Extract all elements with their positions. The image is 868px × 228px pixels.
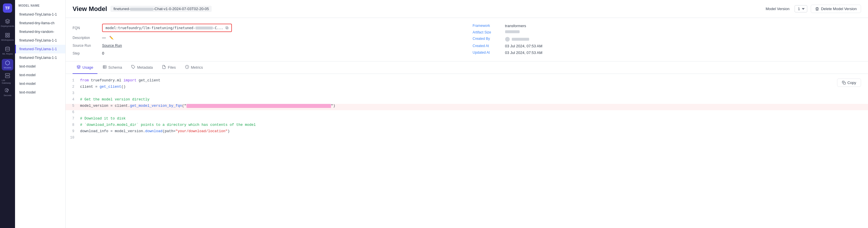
tab-usage-label: Usage (83, 65, 93, 70)
copy-button[interactable]: Copy (837, 78, 861, 87)
tab-schema-label: Schema (108, 65, 122, 70)
line-code: # Get the model version directly (80, 98, 150, 102)
line-num: 8 (66, 123, 80, 127)
tab-metadata-label: Metadata (137, 65, 153, 70)
list-item[interactable]: finetuned-TinyLlama-1-1 (15, 10, 65, 19)
step-label: Step (72, 51, 99, 55)
description-value: — (102, 36, 106, 40)
svg-rect-0 (5, 33, 7, 35)
sidebar-item-secrets[interactable]: Secrets (2, 86, 13, 98)
created-at-label: Created At (473, 44, 502, 48)
list-item[interactable]: text-model (15, 71, 65, 79)
line-code: # Download it to disk (80, 117, 126, 121)
avatar (505, 37, 510, 42)
tab-metrics-label: Metrics (191, 65, 203, 70)
line-code: download_info = model_version.download(p… (80, 129, 230, 134)
framework-row: Framework transformers (473, 24, 861, 28)
svg-rect-2 (5, 36, 7, 37)
logo: TF (3, 3, 12, 13)
svg-rect-17 (843, 82, 845, 84)
info-right: Framework transformers Artifact Size Cre… (473, 24, 861, 55)
sidebar-secrets-label: Secrets (3, 94, 11, 97)
list-item[interactable]: text-model (15, 79, 65, 88)
tab-usage[interactable]: Usage (72, 62, 97, 74)
line-num: 2 (66, 85, 80, 89)
sidebar-item-deployments[interactable]: Deployments (2, 17, 13, 29)
tab-files[interactable]: Files (158, 62, 180, 74)
version-select[interactable]: 1 (795, 5, 807, 12)
code-line-5: 5 model_version = client.get_model_versi… (66, 104, 868, 110)
description-row: Description — ✏️ (72, 36, 461, 40)
svg-point-4 (5, 47, 9, 48)
source-run-link[interactable]: Source Run (102, 43, 122, 48)
delete-model-version-button[interactable]: Delete Model Version (811, 5, 861, 13)
delete-btn-label: Delete Model Version (821, 7, 857, 11)
list-item[interactable]: finetuned-tiny-random- (15, 28, 65, 36)
list-item[interactable]: text-model (15, 62, 65, 71)
edit-description-icon[interactable]: ✏️ (109, 36, 114, 40)
line-num: 5 (66, 104, 80, 108)
svg-rect-3 (8, 36, 9, 37)
line-code: # `download_info.model_dir` points to a … (80, 123, 256, 127)
layers-icon (76, 65, 81, 70)
step-value: 0 (102, 51, 104, 55)
fqn-copy-icon[interactable]: ⧉ (225, 26, 228, 30)
table-icon (103, 65, 107, 70)
sidebar: TF Deployments Workspaces ML Repos Model… (0, 0, 15, 228)
created-at-value: 03 Jul 2024, 07:53 AM (505, 44, 542, 48)
code-line-9: 9 download_info = model_version.download… (66, 129, 868, 136)
code-line-3: 3 (66, 91, 868, 98)
sidebar-item-lm-gateway[interactable]: LM Gateway (2, 73, 13, 84)
info-left: FQN model:truefoundry/llm-finetuning/fin… (72, 24, 461, 55)
line-num: 7 (66, 117, 80, 121)
sidebar-models-label: Models (4, 66, 11, 69)
tab-metrics[interactable]: Metrics (181, 62, 207, 74)
svg-marker-10 (77, 65, 81, 67)
svg-rect-5 (5, 73, 10, 75)
sidebar-lmgateway-label: LM Gateway (2, 79, 13, 84)
svg-rect-11 (103, 66, 106, 69)
page-title: View Model (72, 5, 107, 13)
line-num: 9 (66, 129, 80, 134)
line-code (80, 91, 83, 95)
model-version-label: Model Version (766, 7, 789, 11)
line-code (80, 110, 83, 114)
sidebar-item-models[interactable]: Models (2, 59, 13, 70)
svg-point-9 (6, 89, 8, 91)
svg-rect-1 (8, 33, 9, 35)
file-icon (162, 65, 166, 70)
tab-files-label: Files (168, 65, 176, 70)
model-name-text: finetuned--Chat-v1-0-2024-07-03T02-20-05 (113, 7, 209, 11)
code-line-1: 1 from truefoundry.ml import get_client (66, 78, 868, 85)
list-item[interactable]: finetuned-tiny-llama-ch (15, 19, 65, 28)
sidebar-deployments-label: Deployments (1, 25, 14, 28)
created-at-row: Created At 03 Jul 2024, 07:53 AM (473, 44, 861, 48)
list-item[interactable]: finetuned-TinyLlama-1-1 (15, 53, 65, 62)
main-content: View Model finetuned--Chat-v1-0-2024-07-… (66, 0, 868, 228)
line-num: 1 (66, 78, 80, 82)
code-line-10: 10 (66, 136, 868, 142)
code-line-7: 7 # Download it to disk (66, 117, 868, 123)
info-section: FQN model:truefoundry/llm-finetuning/fin… (66, 18, 868, 62)
sidebar-item-ml-repos[interactable]: ML Repos (2, 45, 13, 56)
model-list-panel: MODEL NAME finetuned-TinyLlama-1-1 finet… (15, 0, 66, 228)
list-item[interactable]: finetuned-TinyLlama-1-1 (15, 36, 65, 45)
line-code: client = get_client() (80, 85, 126, 89)
tab-schema[interactable]: Schema (99, 62, 126, 74)
created-by-row: Created By (473, 37, 861, 42)
tab-metadata[interactable]: Metadata (127, 62, 157, 74)
updated-at-label: Updated At (473, 50, 502, 55)
line-num: 6 (66, 110, 80, 114)
list-item[interactable]: text-model (15, 88, 65, 97)
code-line-4: 4 # Get the model version directly (66, 98, 868, 104)
framework-value: transformers (505, 24, 526, 28)
copy-icon (842, 81, 846, 84)
sidebar-item-workspaces[interactable]: Workspaces (2, 31, 13, 43)
list-item[interactable]: finetuned-TinyLlama-1-1 (15, 45, 65, 53)
created-by-value (505, 37, 529, 42)
created-by-label: Created By (473, 37, 502, 42)
model-name-tag: finetuned--Chat-v1-0-2024-07-03T02-20-05 (111, 6, 212, 12)
line-num: 4 (66, 98, 80, 102)
updated-at-value: 03 Jul 2024, 07:53 AM (505, 50, 542, 55)
tabs-bar: Usage Schema Metadata Files Metrics (66, 62, 868, 74)
